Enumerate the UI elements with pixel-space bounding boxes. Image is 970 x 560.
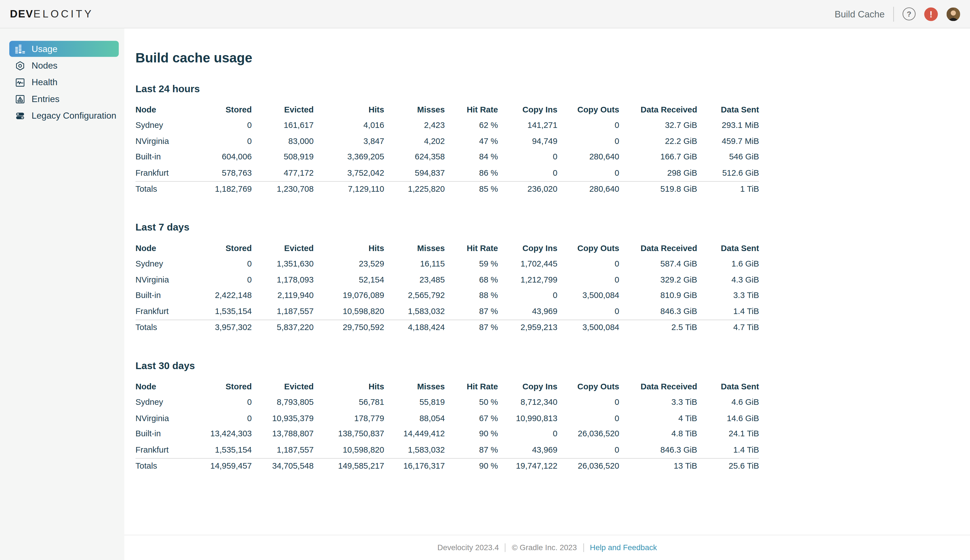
column-header: Data Received — [619, 379, 697, 395]
value-cell: 19,076,089 — [314, 288, 384, 303]
column-header: Stored — [192, 102, 252, 118]
sidebar-item-health[interactable]: Health — [9, 74, 119, 90]
totals-value-cell: 1 TiB — [697, 181, 759, 197]
value-cell: 0 — [498, 165, 557, 181]
value-cell: 4 TiB — [619, 410, 697, 426]
usage-table-last-24-hours: NodeStoredEvictedHitsMissesHit RateCopy … — [135, 102, 759, 197]
totals-label-cell: Totals — [135, 458, 192, 474]
sidebar-item-usage[interactable]: Usage — [9, 41, 119, 57]
column-header: Data Received — [619, 240, 697, 256]
sidebar-item-label: Health — [32, 77, 57, 87]
value-cell: 2,119,940 — [252, 288, 314, 303]
sidebar-item-entries[interactable]: Entries — [9, 91, 119, 107]
totals-value-cell: 19,747,122 — [498, 458, 557, 474]
develocity-logo[interactable]: DEVELOCITY — [10, 8, 93, 20]
totals-value-cell: 25.6 TiB — [697, 458, 759, 474]
value-cell: 52,154 — [314, 272, 384, 288]
totals-value-cell: 236,020 — [498, 181, 557, 197]
totals-label-cell: Totals — [135, 181, 192, 197]
value-cell: 0 — [557, 303, 619, 320]
value-cell: 88 % — [445, 288, 498, 303]
pulse-monitor-icon — [15, 77, 25, 87]
sidebar-item-label: Nodes — [32, 61, 57, 70]
column-header: Node — [135, 240, 192, 256]
user-avatar[interactable] — [947, 7, 960, 20]
totals-value-cell: 3,500,084 — [557, 320, 619, 336]
table-row: Frankfurt1,535,1541,187,55710,598,8201,5… — [135, 303, 759, 320]
value-cell: 23,485 — [384, 272, 445, 288]
value-cell: 8,712,340 — [498, 395, 557, 410]
column-header: Misses — [384, 240, 445, 256]
topbar-divider — [893, 7, 894, 22]
value-cell: 1,702,445 — [498, 256, 557, 272]
section-heading: Last 7 days — [135, 222, 959, 233]
value-cell: 1,583,032 — [384, 303, 445, 320]
column-header: Hit Rate — [445, 379, 498, 395]
usage-section-last-7-days: Last 7 days NodeStoredEvictedHitsMissesH… — [135, 222, 959, 336]
help-icon[interactable]: ? — [903, 7, 915, 20]
value-cell: 87 % — [445, 442, 498, 458]
value-cell: 459.7 MiB — [697, 133, 759, 149]
sidebar-item-legacy-configuration[interactable]: Legacy Configuration — [9, 108, 119, 124]
totals-value-cell: 280,640 — [557, 181, 619, 197]
sidebar-item-label: Legacy Configuration — [32, 111, 116, 121]
column-header: Copy Outs — [557, 240, 619, 256]
column-header: Misses — [384, 102, 445, 118]
value-cell: 90 % — [445, 426, 498, 442]
value-cell: 23,529 — [314, 256, 384, 272]
value-cell: 508,919 — [252, 149, 314, 165]
value-cell: 624,358 — [384, 149, 445, 165]
totals-value-cell: 4,188,424 — [384, 320, 445, 336]
totals-row: Totals14,959,45734,705,548149,585,21716,… — [135, 458, 759, 474]
value-cell: 0 — [557, 165, 619, 181]
node-name-cell: NVirginia — [135, 133, 192, 149]
column-header: Data Sent — [697, 240, 759, 256]
sidebar-item-label: Entries — [32, 94, 59, 104]
node-name-cell: Built-in — [135, 149, 192, 165]
value-cell: 0 — [498, 288, 557, 303]
usage-table-last-30-days: NodeStoredEvictedHitsMissesHit RateCopy … — [135, 379, 759, 474]
value-cell: 3,369,205 — [314, 149, 384, 165]
sidebar-nav: Usage Nodes Health — [0, 28, 124, 560]
node-name-cell: Built-in — [135, 426, 192, 442]
value-cell: 512.6 GiB — [697, 165, 759, 181]
value-cell: 846.3 GiB — [619, 303, 697, 320]
value-cell: 3,752,042 — [314, 165, 384, 181]
column-header: Evicted — [252, 102, 314, 118]
value-cell: 88,054 — [384, 410, 445, 426]
value-cell: 0 — [557, 118, 619, 133]
totals-value-cell: 34,705,548 — [252, 458, 314, 474]
value-cell: 0 — [192, 133, 252, 149]
value-cell: 578,763 — [192, 165, 252, 181]
value-cell: 3,500,084 — [557, 288, 619, 303]
value-cell: 810.9 GiB — [619, 288, 697, 303]
value-cell: 2,422,148 — [192, 288, 252, 303]
logo-bold-text: DEV — [10, 8, 33, 19]
totals-value-cell: 3,957,302 — [192, 320, 252, 336]
value-cell: 1,187,557 — [252, 442, 314, 458]
column-header: Copy Ins — [498, 240, 557, 256]
value-cell: 587.4 GiB — [619, 256, 697, 272]
totals-label-cell: Totals — [135, 320, 192, 336]
value-cell: 280,640 — [557, 149, 619, 165]
sidebar-item-nodes[interactable]: Nodes — [9, 58, 119, 74]
totals-row: Totals1,182,7691,230,7087,129,1101,225,8… — [135, 181, 759, 197]
totals-value-cell: 14,959,457 — [192, 458, 252, 474]
node-name-cell: NVirginia — [135, 410, 192, 426]
value-cell: 0 — [557, 272, 619, 288]
column-header: Evicted — [252, 240, 314, 256]
value-cell: 3.3 TiB — [619, 395, 697, 410]
help-and-feedback-link[interactable]: Help and Feedback — [590, 543, 657, 552]
table-row: Built-in604,006508,9193,369,205624,35884… — [135, 149, 759, 165]
build-cache-context-label[interactable]: Build Cache — [835, 9, 885, 19]
value-cell: 477,172 — [252, 165, 314, 181]
column-header: Data Sent — [697, 102, 759, 118]
totals-value-cell: 16,176,317 — [384, 458, 445, 474]
column-header: Stored — [192, 379, 252, 395]
value-cell: 59 % — [445, 256, 498, 272]
value-cell: 43,969 — [498, 442, 557, 458]
totals-value-cell: 26,036,520 — [557, 458, 619, 474]
alert-icon[interactable]: ! — [924, 7, 938, 20]
column-header: Copy Ins — [498, 379, 557, 395]
value-cell: 0 — [192, 256, 252, 272]
